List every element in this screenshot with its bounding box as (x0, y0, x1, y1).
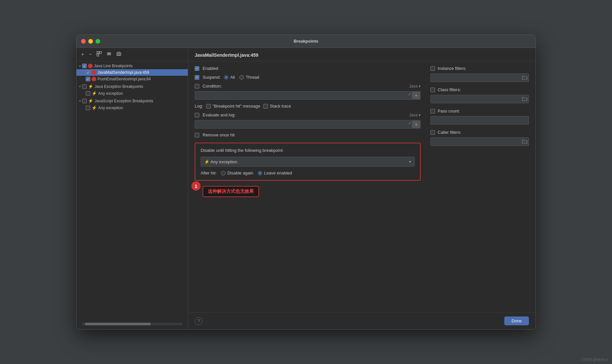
svg-rect-1 (99, 51, 101, 53)
sidebar-scrollbar[interactable] (82, 323, 183, 325)
svg-rect-0 (97, 51, 99, 53)
annotation-area: 1 这种解决方式也无效果 (195, 186, 421, 197)
condition-expand-button[interactable]: ⤢ (408, 92, 411, 96)
tree-group-header-java-line[interactable]: ▾ Java Line Breakpoints (76, 63, 188, 69)
camera-button[interactable] (115, 51, 123, 58)
evaluate-java-label[interactable]: Java (409, 113, 421, 117)
remove-once-row: Remove once hit (195, 132, 421, 137)
instance-filters-folder-btn[interactable] (521, 74, 528, 81)
caller-filters-folder-btn[interactable] (521, 138, 528, 145)
tree-group-header-js-exception[interactable]: ▾ ⚡ JavaScript Exception Breakpoints (76, 97, 188, 104)
expand-button[interactable] (105, 51, 113, 58)
condition-checkbox[interactable] (195, 84, 199, 89)
window-title: Breakpoints (294, 39, 318, 44)
maximize-button[interactable] (96, 39, 100, 44)
suspend-thread-item[interactable]: Thread (239, 75, 259, 80)
tree-group-header-java-exception[interactable]: ▾ ⚡ Java Exception Breakpoints (76, 83, 188, 90)
item-checkbox-1[interactable] (86, 70, 90, 75)
annotation-bubble: 这种解决方式也无效果 (203, 186, 259, 197)
disable-again-radio[interactable] (221, 171, 226, 175)
sidebar-toolbar: + − (76, 48, 188, 61)
remove-once-checkbox[interactable] (195, 133, 199, 137)
caller-filters-checkbox[interactable] (430, 130, 435, 135)
breakpoint-icon-2 (92, 77, 96, 81)
tree-item-any-exception-2[interactable]: ⚡ Any exception (76, 104, 188, 111)
condition-label: Condition: (203, 84, 222, 89)
class-filters-input-wrapper (430, 95, 529, 103)
right-column: Instance filters: Class (430, 66, 529, 308)
evaluate-checkbox[interactable] (195, 113, 199, 117)
condition-java-label[interactable]: Java (409, 84, 421, 89)
tree-item-javamailsenderimpl[interactable]: JavaMailSenderImpl.java:459 (76, 69, 188, 76)
class-filters-input[interactable] (430, 95, 529, 103)
item-checkbox-4[interactable] (86, 106, 90, 110)
enabled-row: Enabled (195, 66, 421, 71)
title-bar: Breakpoints (76, 35, 536, 48)
help-button[interactable]: ? (195, 317, 203, 325)
instance-filters-checkbox[interactable] (430, 66, 435, 71)
evaluate-dropdown-button[interactable]: ▾ (412, 121, 420, 128)
class-filters-checkbox[interactable] (430, 88, 435, 92)
annotation-text: 这种解决方式也无效果 (208, 189, 254, 194)
condition-dropdown-button[interactable]: ▾ (412, 92, 420, 99)
leave-enabled-radio[interactable] (258, 171, 262, 175)
tree-group-java-line: ▾ Java Line Breakpoints JavaMailSenderIm… (76, 63, 188, 82)
tree-group-java-exception: ▾ ⚡ Java Exception Breakpoints ⚡ Any exc… (76, 83, 188, 97)
enabled-checkbox[interactable] (195, 66, 199, 71)
sidebar: + − ▾ Java (76, 48, 188, 329)
panel-content: Enabled Suspend: All (188, 61, 536, 312)
chevron-icon-3: ▾ (79, 99, 81, 103)
group-checkbox-java-exception[interactable] (82, 84, 87, 89)
group-button[interactable] (95, 51, 103, 58)
evaluate-label: Evaluate and log: (203, 112, 235, 117)
window-body: + − ▾ Java (76, 48, 536, 329)
panel-footer: ? Done (188, 312, 536, 329)
log-stacktrace-checkbox[interactable] (263, 104, 268, 109)
log-message-option[interactable]: "Breakpoint hit" message (206, 104, 260, 109)
sidebar-scrollbar-area (76, 320, 188, 329)
disable-dropdown[interactable]: ⚡ Any exception ▾ (201, 157, 415, 167)
breakpoint-icon-1 (92, 70, 96, 75)
svg-rect-2 (97, 54, 99, 56)
item-label-1: JavaMailSenderImpl.java:459 (98, 70, 149, 75)
pass-count-checkbox[interactable] (430, 109, 435, 113)
leave-enabled-item[interactable]: Leave enabled (258, 171, 292, 175)
tree-item-any-exception-1[interactable]: ⚡ Any exception (76, 90, 188, 97)
minimize-button[interactable] (88, 39, 93, 44)
group-checkbox-java-line[interactable] (82, 64, 87, 68)
item-checkbox-3[interactable] (86, 91, 90, 96)
group-checkbox-js-exception[interactable] (82, 99, 87, 103)
condition-input[interactable] (195, 91, 421, 100)
instance-filters-input[interactable] (430, 73, 529, 82)
item-label-4: Any exception (98, 106, 123, 110)
add-button[interactable]: + (80, 51, 85, 58)
sidebar-tree: ▾ Java Line Breakpoints JavaMailSenderIm… (76, 61, 188, 320)
suspend-all-item[interactable]: All (224, 75, 235, 80)
pass-count-input[interactable] (430, 116, 529, 125)
disable-again-item[interactable]: Disable again (221, 171, 253, 175)
suspend-thread-radio[interactable] (239, 75, 244, 80)
class-filters-folder-btn[interactable] (521, 95, 528, 103)
suspend-all-radio[interactable] (224, 75, 229, 80)
sidebar-scrollbar-thumb (85, 323, 151, 325)
evaluate-expand-button[interactable]: ⤢ (408, 121, 411, 125)
remove-button[interactable]: − (87, 51, 93, 58)
chevron-icon-2: ▾ (79, 85, 81, 88)
log-message-checkbox[interactable] (206, 104, 211, 109)
log-stacktrace-option[interactable]: Stack trace (263, 104, 291, 109)
close-button[interactable] (81, 39, 86, 44)
done-button[interactable]: Done (504, 316, 529, 325)
detail-title: JavaMailSenderImpl.java:459 (195, 52, 258, 58)
item-checkbox-2[interactable] (86, 77, 90, 81)
evaluate-input-wrapper: ⤢ ▾ (195, 120, 421, 129)
suspend-all-label: All (230, 75, 235, 80)
after-hit-label: After hit: (201, 171, 216, 175)
exception-icon-2: ⚡ (92, 91, 97, 96)
pass-count-header: Pass count: (430, 109, 529, 113)
js-exception-icon: ⚡ (88, 98, 93, 103)
evaluate-input[interactable] (195, 120, 421, 129)
caller-filters-input[interactable] (430, 137, 529, 146)
suspend-checkbox[interactable] (195, 75, 199, 80)
chevron-icon: ▾ (79, 64, 81, 68)
tree-item-pushemailserviceimpl[interactable]: PushEmailServiceImpl.java:84 (76, 76, 188, 82)
